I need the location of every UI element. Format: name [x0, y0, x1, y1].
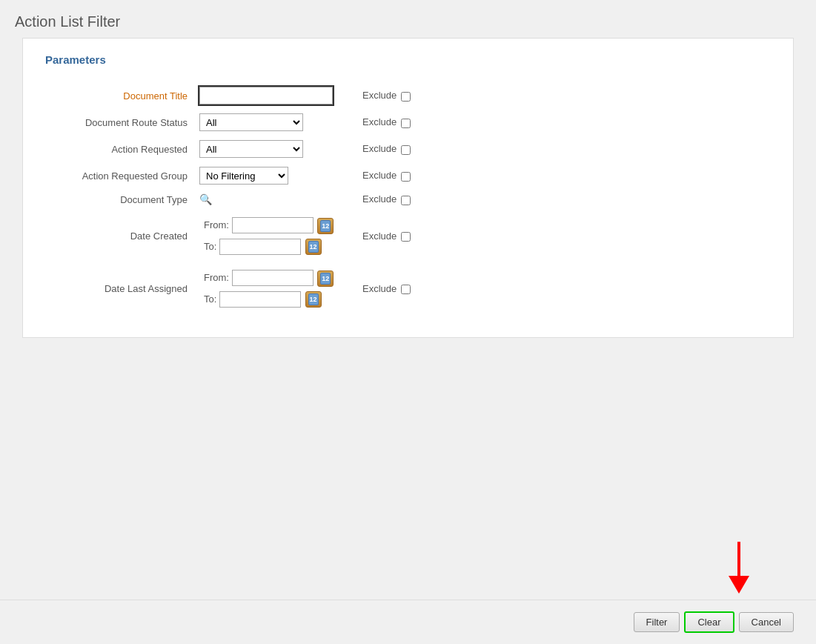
calendar-icon: 12	[308, 293, 319, 305]
calendar-icon: 12	[308, 241, 319, 253]
date-last-assigned-to-input[interactable]	[219, 291, 301, 308]
action-requested-group-input-cell: No Filtering	[193, 162, 356, 189]
action-requested-exclude-cell: Exclude	[356, 136, 771, 162]
date-last-assigned-exclude-cell: Exclude	[356, 262, 771, 315]
document-route-status-select[interactable]: All	[199, 113, 303, 131]
date-last-assigned-to-label: To:	[204, 293, 216, 305]
action-requested-select[interactable]: All	[199, 140, 303, 158]
document-title-exclude-label: Exclude	[362, 90, 397, 101]
document-type-exclude-checkbox[interactable]	[401, 196, 411, 205]
document-title-exclude-cell: Exclude	[356, 82, 771, 109]
document-route-status-exclude-label: Exclude	[362, 116, 397, 127]
document-route-status-exclude-cell: Exclude	[356, 109, 771, 136]
date-created-from-label: From:	[204, 219, 229, 230]
clear-button[interactable]: Clear	[684, 611, 734, 633]
arrow-indicator	[726, 542, 752, 594]
action-requested-group-label: Action Requested Group	[45, 162, 193, 189]
date-created-exclude-cell: Exclude	[356, 210, 771, 262]
section-heading: Parameters	[45, 53, 771, 69]
date-last-assigned-label: Date Last Assigned	[45, 262, 193, 315]
action-requested-exclude-checkbox[interactable]	[401, 145, 411, 155]
calendar-icon: 12	[320, 273, 331, 285]
document-type-label: Document Type	[45, 189, 193, 210]
date-created-to-calendar-button[interactable]: 12	[305, 239, 322, 255]
action-requested-group-exclude-cell: Exclude	[356, 162, 771, 189]
date-last-assigned-to-calendar-button[interactable]: 12	[305, 291, 322, 308]
document-route-status-input-cell: All	[193, 109, 356, 136]
action-requested-group-select[interactable]: No Filtering	[199, 167, 288, 185]
date-last-assigned-input-cell: From: 12 To:	[193, 262, 356, 315]
date-created-to-label: To:	[204, 241, 216, 252]
document-type-exclude-label: Exclude	[362, 193, 397, 205]
date-last-assigned-from-input[interactable]	[232, 270, 314, 286]
document-route-status-label: Document Route Status	[45, 109, 193, 136]
date-created-inner: From: 12 To:	[199, 214, 338, 258]
action-requested-input-cell: All	[193, 136, 356, 162]
date-created-exclude-checkbox[interactable]	[401, 232, 411, 242]
date-created-exclude-label: Exclude	[362, 230, 397, 242]
document-type-input-cell: 🔍	[193, 189, 356, 210]
date-created-input-cell: From: 12 To:	[193, 210, 356, 262]
action-requested-exclude-label: Exclude	[362, 143, 397, 154]
date-last-assigned-from-label: From:	[204, 272, 229, 283]
bottom-bar: Filter Clear Cancel	[0, 600, 816, 644]
svg-marker-1	[729, 576, 749, 594]
document-title-exclude-checkbox[interactable]	[401, 92, 411, 102]
date-last-assigned-exclude-checkbox[interactable]	[401, 285, 411, 294]
date-created-from-calendar-button[interactable]: 12	[317, 218, 334, 234]
document-type-search-icon[interactable]: 🔍	[199, 193, 212, 205]
document-title-input[interactable]	[199, 87, 333, 104]
content-area: Parameters Document Title Exclude Docume…	[22, 38, 794, 338]
action-requested-group-exclude-checkbox[interactable]	[401, 172, 411, 182]
document-route-status-exclude-checkbox[interactable]	[401, 119, 411, 128]
document-title-input-cell	[193, 82, 356, 109]
date-last-assigned-from-calendar-button[interactable]: 12	[317, 270, 334, 287]
action-requested-label: Action Requested	[45, 136, 193, 162]
document-type-exclude-cell: Exclude	[356, 189, 771, 210]
date-last-assigned-exclude-label: Exclude	[362, 283, 397, 294]
action-requested-group-exclude-label: Exclude	[362, 170, 397, 181]
filter-button[interactable]: Filter	[634, 612, 680, 632]
calendar-icon: 12	[320, 220, 331, 232]
document-title-label: Document Title	[45, 82, 193, 109]
date-created-label: Date Created	[45, 210, 193, 262]
date-last-assigned-inner: From: 12 To:	[199, 267, 338, 311]
cancel-button[interactable]: Cancel	[739, 612, 794, 632]
date-created-from-input[interactable]	[232, 217, 314, 233]
red-arrow-icon	[726, 542, 752, 594]
page-title: Action List Filter	[0, 0, 816, 38]
filter-form: Document Title Exclude Document Route St…	[45, 82, 771, 315]
date-created-to-input[interactable]	[219, 239, 301, 255]
